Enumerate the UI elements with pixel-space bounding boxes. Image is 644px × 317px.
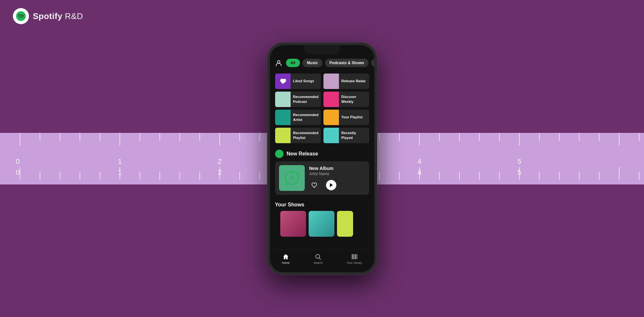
svg-text:1: 1 — [118, 157, 122, 165]
svg-text:5: 5 — [517, 157, 521, 165]
nav-home[interactable]: Home — [282, 253, 290, 264]
nav-library-label: Your Library — [347, 261, 362, 264]
play-button-circle — [326, 180, 336, 190]
svg-rect-84 — [352, 254, 353, 259]
svg-text:0: 0 — [16, 168, 20, 176]
recommended-podcast-item[interactable]: Recommended Podcast — [275, 92, 321, 107]
liked-songs-label: Liked Songs — [291, 79, 317, 83]
header: Spotify R&D — [0, 0, 644, 32]
phone: All Music Podcasts & Shows Audiobo Liked… — [267, 43, 377, 275]
svg-text:2: 2 — [218, 168, 222, 176]
your-shows-header: Your Shows — [275, 202, 369, 208]
show-thumb-2[interactable] — [309, 211, 334, 237]
user-avatar-button[interactable] — [275, 58, 282, 68]
discover-weekly-item[interactable]: Discover Weekly — [323, 92, 369, 107]
your-playlist-label: Your Playlist — [339, 115, 365, 119]
spotify-logo: Spotify R&D — [13, 8, 83, 24]
filter-all[interactable]: All — [286, 59, 300, 67]
svg-point-77 — [277, 61, 280, 63]
recommended-artist-thumb — [275, 110, 291, 125]
library-icon — [351, 253, 358, 260]
svg-marker-81 — [330, 183, 333, 187]
new-release-title: New Release — [287, 151, 318, 157]
nav-search-label: Search — [313, 261, 323, 264]
recommended-playlist-item[interactable]: Recommended Playlist — [275, 128, 321, 143]
new-release-dot — [275, 150, 284, 158]
album-actions — [309, 180, 365, 190]
svg-text:2: 2 — [218, 157, 222, 165]
liked-songs-thumb — [275, 74, 291, 89]
album-artist: Artist Name — [309, 172, 365, 176]
svg-rect-85 — [353, 254, 354, 259]
recommended-artist-label: Recommended Artist — [291, 113, 321, 122]
recommended-podcast-label: Recommended Podcast — [291, 94, 321, 104]
discover-weekly-thumb — [323, 92, 339, 107]
release-radar-thumb — [323, 74, 339, 89]
nav-search[interactable]: Search — [313, 253, 323, 264]
your-shows-title: Your Shows — [275, 202, 304, 208]
recently-played-thumb — [323, 128, 339, 143]
recommended-playlist-thumb — [275, 128, 291, 143]
spotify-icon — [13, 8, 29, 24]
new-release-card[interactable]: New Album Artist Name — [275, 161, 369, 195]
liked-songs-item[interactable]: Liked Songs — [275, 74, 321, 89]
new-release-section: New Release New Album Ar — [270, 146, 374, 198]
new-release-header: New Release — [275, 150, 369, 158]
search-icon — [314, 253, 322, 260]
play-button[interactable] — [326, 180, 336, 190]
recommended-artist-item[interactable]: Recommended Artist — [275, 110, 321, 125]
recently-played-item[interactable]: Recently Played — [323, 128, 369, 143]
your-playlist-item[interactable]: Your Playlist — [323, 110, 369, 125]
phone-screen: All Music Podcasts & Shows Audiobo Liked… — [270, 45, 374, 272]
your-shows-section: Your Shows — [270, 198, 374, 238]
filter-music[interactable]: Music — [303, 59, 322, 67]
brand-name: Spotify R&D — [33, 11, 83, 21]
nav-home-label: Home — [282, 261, 290, 264]
bottom-nav: Home Search — [270, 250, 374, 272]
like-button[interactable] — [309, 180, 320, 190]
show-thumb-3[interactable] — [337, 211, 353, 237]
spacer — [270, 238, 374, 250]
svg-text:0: 0 — [16, 157, 20, 165]
home-icon — [282, 253, 289, 260]
your-playlist-thumb — [323, 110, 339, 125]
svg-rect-86 — [355, 254, 356, 259]
phone-notch — [304, 45, 340, 54]
playlist-grid: Liked Songs Release Radar Recommended Po… — [270, 71, 374, 146]
recommended-playlist-label: Recommended Playlist — [291, 131, 321, 140]
svg-line-83 — [319, 258, 321, 259]
show-thumb-1[interactable] — [280, 211, 306, 237]
album-info: New Album Artist Name — [309, 166, 365, 190]
nav-library[interactable]: Your Library — [347, 253, 362, 264]
recently-played-label: Recently Played — [339, 131, 369, 140]
release-radar-item[interactable]: Release Radar — [323, 74, 369, 89]
svg-rect-87 — [357, 254, 357, 259]
svg-text:4: 4 — [418, 168, 421, 176]
svg-point-79 — [291, 177, 293, 179]
release-radar-label: Release Radar — [339, 79, 369, 83]
svg-text:5: 5 — [517, 168, 521, 176]
filter-audiobooks[interactable]: Audiobo — [371, 59, 374, 67]
album-title: New Album — [309, 166, 365, 171]
filter-podcasts[interactable]: Podcasts & Shows — [325, 59, 369, 67]
album-art — [279, 165, 305, 191]
discover-weekly-label: Discover Weekly — [339, 94, 369, 104]
shows-grid — [275, 211, 369, 237]
phone-wrapper: All Music Podcasts & Shows Audiobo Liked… — [267, 43, 377, 275]
recommended-podcast-thumb — [275, 92, 291, 107]
svg-text:4: 4 — [418, 157, 421, 165]
svg-text:1: 1 — [118, 168, 122, 176]
